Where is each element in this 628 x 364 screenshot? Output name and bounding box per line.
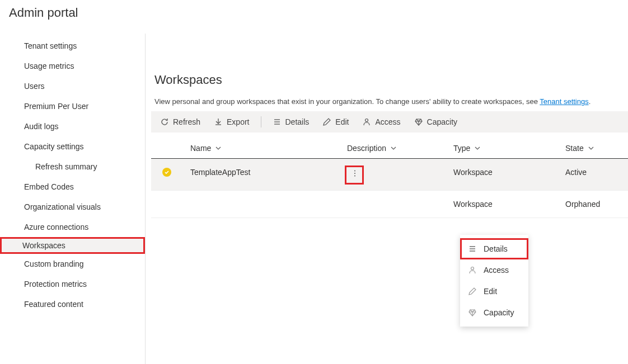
diamond-icon xyxy=(414,117,423,126)
header-name-label: Name xyxy=(190,144,211,153)
main-content: Workspaces View personal and group works… xyxy=(146,34,628,364)
edit-label: Edit xyxy=(335,117,349,126)
person-icon xyxy=(362,117,371,126)
sidebar: Tenant settings Usage metrics Users Prem… xyxy=(0,34,146,364)
cell-type: Workspace xyxy=(453,168,565,181)
header-name[interactable]: Name xyxy=(190,144,347,153)
details-button[interactable]: Details xyxy=(267,111,315,133)
header-state-label: State xyxy=(565,144,584,153)
refresh-button[interactable]: Refresh xyxy=(154,111,206,133)
cell-state: Orphaned xyxy=(565,200,628,209)
tenant-settings-link[interactable]: Tenant settings xyxy=(540,97,588,106)
access-button[interactable]: Access xyxy=(357,111,406,133)
download-icon xyxy=(214,117,223,126)
toolbar: Refresh Export Details Edit xyxy=(151,111,628,133)
toolbar-separator xyxy=(261,116,261,127)
table-row[interactable]: Workspace Orphaned xyxy=(151,191,628,218)
section-description: View personal and group workspaces that … xyxy=(151,97,628,106)
chevron-down-icon xyxy=(391,145,396,151)
sidebar-item-capacity-settings[interactable]: Capacity settings xyxy=(0,136,145,157)
list-icon xyxy=(273,117,282,126)
context-menu-edit[interactable]: Edit xyxy=(460,281,528,302)
context-menu-details[interactable]: Details xyxy=(460,238,528,259)
sidebar-item-usage-metrics[interactable]: Usage metrics xyxy=(0,56,145,76)
list-icon xyxy=(468,244,477,253)
access-label: Access xyxy=(375,117,400,126)
export-label: Export xyxy=(227,117,249,126)
pencil-icon xyxy=(322,117,331,126)
svg-point-10 xyxy=(471,267,474,270)
context-menu: Details Access Edit Capacity xyxy=(460,235,528,327)
cell-name: TemplateAppTest xyxy=(190,168,347,181)
refresh-label: Refresh xyxy=(173,117,200,126)
svg-point-3 xyxy=(365,119,368,122)
diamond-icon xyxy=(468,308,477,317)
details-label: Details xyxy=(285,117,310,126)
sidebar-item-premium-per-user[interactable]: Premium Per User xyxy=(0,96,145,116)
cell-state: Active xyxy=(565,168,628,181)
cell-name xyxy=(190,200,347,209)
sidebar-item-protection-metrics[interactable]: Protection metrics xyxy=(0,274,145,294)
capacity-button[interactable]: Capacity xyxy=(409,111,463,133)
header-type[interactable]: Type xyxy=(453,144,565,153)
chevron-down-icon xyxy=(475,145,480,151)
sidebar-item-refresh-summary[interactable]: Refresh summary xyxy=(0,157,145,177)
capacity-label: Capacity xyxy=(427,117,457,126)
header-description-label: Description xyxy=(347,144,386,153)
cell-type: Workspace xyxy=(453,200,565,209)
sidebar-item-users[interactable]: Users xyxy=(0,76,145,96)
context-access-label: Access xyxy=(484,266,509,275)
context-edit-label: Edit xyxy=(484,287,497,296)
sidebar-item-organizational-visuals[interactable]: Organizational visuals xyxy=(0,197,145,217)
cell-description xyxy=(347,200,453,209)
edit-button[interactable]: Edit xyxy=(317,111,354,133)
pencil-icon xyxy=(468,287,477,296)
header-type-label: Type xyxy=(453,144,470,153)
context-capacity-label: Capacity xyxy=(484,308,514,317)
section-title: Workspaces xyxy=(151,73,628,87)
sidebar-item-tenant-settings[interactable]: Tenant settings xyxy=(0,36,145,56)
context-menu-capacity[interactable]: Capacity xyxy=(460,302,528,323)
context-details-label: Details xyxy=(484,244,508,253)
highlight-box xyxy=(345,166,364,185)
chevron-down-icon xyxy=(215,145,221,151)
refresh-icon xyxy=(160,117,169,126)
sidebar-item-featured-content[interactable]: Featured content xyxy=(0,294,145,314)
sidebar-item-workspaces[interactable]: Workspaces xyxy=(0,237,145,254)
table-header-row: Name Description Type State xyxy=(151,138,628,159)
selected-check-icon xyxy=(162,168,171,177)
header-state[interactable]: State xyxy=(565,144,628,153)
page-title: Admin portal xyxy=(0,0,628,20)
sidebar-item-audit-logs[interactable]: Audit logs xyxy=(0,116,145,136)
table-row[interactable]: TemplateAppTest Workspace Active xyxy=(151,159,628,191)
header-description[interactable]: Description xyxy=(347,144,453,153)
context-menu-access[interactable]: Access xyxy=(460,259,528,281)
chevron-down-icon xyxy=(588,145,594,151)
sidebar-item-custom-branding[interactable]: Custom branding xyxy=(0,254,145,274)
sidebar-item-azure-connections[interactable]: Azure connections xyxy=(0,217,145,237)
section-desc-suffix: . xyxy=(589,97,591,106)
workspaces-table: Name Description Type State xyxy=(151,138,628,218)
section-desc-text: View personal and group workspaces that … xyxy=(154,97,540,106)
sidebar-item-embed-codes[interactable]: Embed Codes xyxy=(0,177,145,197)
export-button[interactable]: Export xyxy=(208,111,255,133)
person-icon xyxy=(468,266,477,275)
